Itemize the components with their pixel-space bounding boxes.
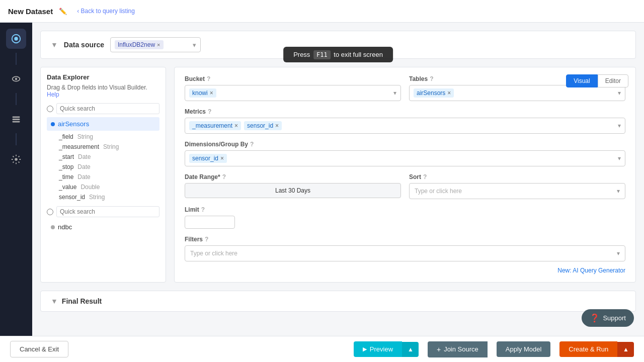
preview-button[interactable]: ▶ Preview [354,341,402,357]
datasource-tag-close[interactable]: × [157,42,160,48]
metrics-arrow: ▾ [618,122,621,129]
datasource-tag: InfluxDB2new × [115,40,163,49]
create-run-expand-button[interactable]: ▲ [617,342,634,357]
dimensions-tag-sensor: sensor_id × [189,154,227,163]
tree-item-airsensors[interactable]: airSensors [47,117,159,131]
bucket-group: Bucket ? knowi × ▾ [185,75,401,101]
filters-help-icon[interactable]: ? [205,236,208,243]
sort-select[interactable]: Type or click here ▾ [409,183,625,199]
preview-expand-button[interactable]: ▲ [402,342,419,357]
datasource-label: Data source [64,41,104,49]
field-_start[interactable]: _startDate [47,152,159,162]
explorer-help-link[interactable]: Help [47,91,59,98]
f11-key: F11 [313,50,331,59]
sort-placeholder: Type or click here [415,188,462,195]
datasource-select[interactable]: InfluxDB2new × ▾ [110,37,201,52]
metrics-tag-measurement-close[interactable]: × [234,122,238,129]
tables-tag-close[interactable]: × [447,89,451,97]
bucket-arrow: ▾ [393,89,396,97]
ai-query-link[interactable]: New: AI Query Generator [557,267,625,274]
search-radio-1[interactable] [47,106,53,112]
app-title: New Dataset [8,7,53,16]
view-editor-btn[interactable]: Editor [598,74,628,87]
field-_measurement[interactable]: _measurementString [47,142,159,152]
bucket-help-icon[interactable]: ? [207,75,210,82]
search-row-1 [47,103,159,114]
sidebar-icon-home[interactable] [6,29,26,49]
date-range-button[interactable]: Last 30 Days [185,183,401,198]
search-input-1[interactable] [56,103,159,114]
preview-label: Preview [370,345,393,353]
metrics-select[interactable]: _measurement × sensor_id × ▾ [185,118,625,134]
apply-model-group: Apply Model [497,341,551,357]
tables-tag-airsensors: airSensors × [414,88,454,98]
metrics-tag-sensor-close[interactable]: × [275,122,279,129]
tables-help-icon[interactable]: ? [430,75,433,82]
limit-help-icon[interactable]: ? [201,206,205,213]
tree-dot-ndbc [51,225,55,229]
field-_stop[interactable]: _stopDate [47,162,159,172]
metrics-label: Metrics ? [185,108,625,115]
preview-group: ▶ Preview ▲ [354,341,419,357]
field-_time[interactable]: _timeDate [47,172,159,182]
ai-link-container: New: AI Query Generator [185,266,625,274]
date-range-label: Date Range* ? [185,173,401,180]
sort-group: Sort ? Type or click here ▾ [409,173,625,199]
limit-label: Limit ? [185,206,625,213]
explorer-title: Data Explorer [47,73,159,81]
bottom-bar: Cancel & Exit ▶ Preview ▲ + Join Source … [0,336,644,362]
support-icon: ❓ [590,313,600,323]
sidebar-icon-eye[interactable] [6,69,26,89]
field-sensor_id[interactable]: sensor_idString [47,192,159,202]
date-range-group: Date Range* ? Last 30 Days [185,173,401,199]
dimensions-label: Dimensions/Group By ? [185,141,625,148]
join-source-button[interactable]: + Join Source [428,341,488,357]
final-result-label: Final Result [62,297,102,305]
builder-panel: Visual Editor Bucket ? knowi × [174,67,636,283]
sort-help-icon[interactable]: ? [423,173,427,180]
svg-rect-4 [13,117,20,118]
metrics-group: Metrics ? _measurement × sensor_id × ▾ [185,108,625,134]
tree-dot-airsensors [51,122,55,126]
svg-rect-6 [13,121,20,123]
search-input-2[interactable] [56,206,159,217]
edit-icon[interactable]: ✏️ [59,8,67,15]
svg-point-7 [15,158,18,161]
apply-model-button[interactable]: Apply Model [497,341,551,357]
final-result-toggle[interactable]: ▼ [51,297,58,305]
datasource-toggle[interactable]: ▼ [51,41,58,49]
bucket-label: Bucket ? [185,75,401,82]
sidebar-icon-layers[interactable] [6,109,26,129]
filters-select[interactable]: Type or click here ▾ [185,245,625,261]
filters-group: Filters ? Type or click here ▾ [185,236,625,261]
create-run-button[interactable]: Create & Run [559,341,617,357]
dimensions-help-icon[interactable]: ? [250,141,254,148]
view-toggle: Visual Editor [566,74,628,87]
cancel-exit-button[interactable]: Cancel & Exit [10,341,68,357]
dimensions-select[interactable]: sensor_id × ▾ [185,150,625,166]
date-range-help-icon[interactable]: ? [222,173,226,180]
dimensions-arrow: ▾ [618,155,621,162]
back-link[interactable]: ‹ Back to query listing [77,8,135,15]
bucket-tag-knowi: knowi × [189,88,216,98]
bucket-tag-close[interactable]: × [210,89,213,97]
sidebar [0,23,32,362]
filters-arrow: ▾ [617,250,620,257]
tree-item-ndbc[interactable]: ndbc [47,220,159,234]
metrics-tag-sensor: sensor_id × [244,121,282,130]
tables-arrow: ▾ [618,89,621,97]
fullscreen-tooltip: Press F11 to exit full screen [283,47,393,62]
field-_field[interactable]: _fieldString [47,132,159,142]
search-radio-2[interactable] [47,209,53,215]
bucket-select[interactable]: knowi × ▾ [185,85,401,101]
create-run-group: Create & Run ▲ [559,341,634,357]
dimensions-tag-close[interactable]: × [220,155,224,162]
sidebar-icon-settings[interactable] [6,149,26,169]
view-visual-btn[interactable]: Visual [566,74,597,87]
metrics-help-icon[interactable]: ? [208,108,211,115]
tree-label-ndbc: ndbc [58,223,72,231]
field-_value[interactable]: _valueDouble [47,182,159,192]
support-button[interactable]: ❓ Support [582,309,634,327]
svg-point-1 [14,37,18,40]
limit-input[interactable]: 1000 [185,216,235,229]
